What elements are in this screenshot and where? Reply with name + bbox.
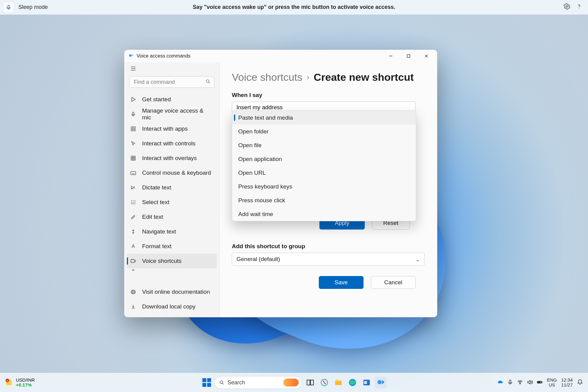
- dropdown-item[interactable]: Open URL: [232, 166, 416, 180]
- nav-label: Get started: [142, 96, 171, 103]
- svg-rect-57: [509, 380, 511, 383]
- svg-rect-55: [382, 380, 383, 384]
- svg-point-2: [579, 8, 579, 9]
- taskbar: 1 USD/INR +0.17% Search O: [0, 373, 588, 392]
- svg-point-4: [131, 54, 133, 56]
- dropdown-item[interactable]: Open folder: [232, 125, 416, 138]
- stock-pair: USD/INR: [16, 378, 35, 383]
- close-button[interactable]: [417, 50, 435, 62]
- group-select[interactable]: General (default) ⌄: [232, 253, 425, 266]
- dropdown-item[interactable]: Open application: [232, 152, 416, 166]
- search-input[interactable]: [129, 76, 214, 88]
- titlebar[interactable]: Voice access commands: [124, 50, 437, 62]
- minimize-button[interactable]: [382, 50, 400, 62]
- svg-rect-43: [207, 383, 211, 387]
- group-label: Add this shortcut to group: [232, 243, 425, 250]
- action-dropdown: Paste text and media Open folder Open fi…: [232, 110, 416, 221]
- format-icon: [130, 244, 137, 249]
- breadcrumb-current: Create new shortcut: [314, 71, 414, 83]
- svg-text:1: 1: [7, 379, 8, 382]
- keyboard-icon: [130, 170, 137, 176]
- nav-label: Edit text: [142, 214, 163, 220]
- nav-mouse-keyboard[interactable]: Control mouse & keyboard: [127, 166, 217, 180]
- tray-mic-icon[interactable]: [507, 379, 513, 386]
- svg-rect-0: [8, 5, 9, 8]
- dropdown-item[interactable]: Paste text and media: [232, 111, 416, 125]
- edge-button[interactable]: [347, 377, 358, 388]
- mic-button[interactable]: [3, 2, 14, 13]
- nav-interact-apps[interactable]: Interact with apps: [127, 121, 217, 136]
- svg-marker-14: [132, 97, 135, 101]
- nav-format-text[interactable]: Format text: [127, 239, 217, 254]
- svg-rect-17: [134, 127, 135, 128]
- grid-icon: [130, 155, 137, 161]
- volume-icon[interactable]: [527, 379, 533, 386]
- nav-get-started[interactable]: Get started: [127, 92, 217, 107]
- cancel-button[interactable]: Cancel: [371, 276, 416, 289]
- language-indicator[interactable]: ENG US: [547, 378, 557, 387]
- notifications-icon[interactable]: [577, 379, 583, 386]
- nav-label: Interact with controls: [142, 140, 195, 147]
- nav-overflow: ⌃: [127, 268, 217, 274]
- play-icon: [130, 96, 137, 103]
- svg-rect-40: [202, 378, 206, 382]
- nav-navigate-text[interactable]: Navigate text: [127, 224, 217, 239]
- voice-commands-window: Voice access commands Get started Manage…: [124, 50, 437, 317]
- svg-point-12: [206, 80, 209, 82]
- nav-label: Select text: [142, 199, 169, 206]
- dropdown-item[interactable]: Open file: [232, 138, 416, 152]
- svg-rect-47: [311, 380, 313, 385]
- sidebar: Get started Manage voice access & mic In…: [124, 62, 220, 317]
- svg-point-3: [129, 54, 131, 57]
- nav-label: Interact with overlays: [142, 155, 197, 162]
- help-icon[interactable]: [576, 3, 582, 11]
- nav-dictate[interactable]: Dictate text: [127, 180, 217, 195]
- nav-label: Navigate text: [142, 228, 176, 235]
- breadcrumb-parent[interactable]: Voice shortcuts: [232, 71, 303, 83]
- battery-icon[interactable]: [537, 379, 543, 386]
- nav-label: Download local copy: [142, 303, 195, 310]
- nav-manage-mic[interactable]: Manage voice access & mic: [127, 107, 217, 121]
- svg-rect-6: [407, 55, 410, 58]
- nav-select-text[interactable]: ASelect text: [127, 195, 217, 210]
- when-i-say-label: When I say: [232, 92, 425, 99]
- settings-icon[interactable]: [564, 3, 570, 11]
- svg-point-58: [520, 383, 520, 384]
- dropdown-item[interactable]: Press mouse click: [232, 193, 416, 207]
- wifi-icon[interactable]: [517, 379, 523, 386]
- outlook-button[interactable]: O: [361, 377, 372, 388]
- nav-documentation[interactable]: Visit online documentation: [127, 285, 217, 299]
- nav-download[interactable]: Download local copy: [127, 299, 217, 314]
- main-panel: Voice shortcuts › Create new shortcut Wh…: [220, 62, 437, 317]
- mic-icon: [6, 4, 12, 10]
- stock-widget[interactable]: 1 USD/INR +0.17%: [4, 378, 35, 387]
- dictate-icon: [130, 185, 137, 190]
- svg-rect-46: [307, 380, 310, 385]
- hamburger-button[interactable]: [124, 62, 219, 75]
- svg-point-44: [220, 381, 223, 383]
- maximize-button[interactable]: [400, 50, 417, 62]
- download-icon: [130, 304, 137, 309]
- task-view-button[interactable]: [304, 377, 316, 388]
- taskbar-search[interactable]: Search: [214, 376, 302, 389]
- save-button[interactable]: Save: [319, 276, 364, 289]
- svg-rect-61: [538, 382, 540, 383]
- svg-rect-18: [131, 129, 133, 131]
- nav-voice-shortcuts[interactable]: Voice shortcuts: [127, 254, 217, 268]
- nav-interact-overlays[interactable]: Interact with overlays: [127, 151, 217, 166]
- globe-icon: [130, 289, 137, 295]
- dropdown-item[interactable]: Press keyboard keys: [232, 180, 416, 193]
- explorer-button[interactable]: [333, 377, 344, 388]
- shortcut-icon: [130, 258, 137, 264]
- nav-edit-text[interactable]: Edit text: [127, 210, 217, 224]
- onedrive-icon[interactable]: [497, 379, 503, 386]
- nav-label: Interact with apps: [142, 125, 188, 132]
- copilot-button[interactable]: [318, 377, 330, 388]
- dropdown-item[interactable]: Add wait time: [232, 207, 416, 221]
- window-title: Voice access commands: [137, 53, 190, 59]
- voice-access-task-button[interactable]: [375, 377, 386, 388]
- start-button[interactable]: [202, 377, 212, 388]
- svg-point-1: [566, 6, 568, 7]
- clock[interactable]: 12:34 11/27: [561, 378, 573, 387]
- nav-interact-controls[interactable]: Interact with controls: [127, 136, 217, 151]
